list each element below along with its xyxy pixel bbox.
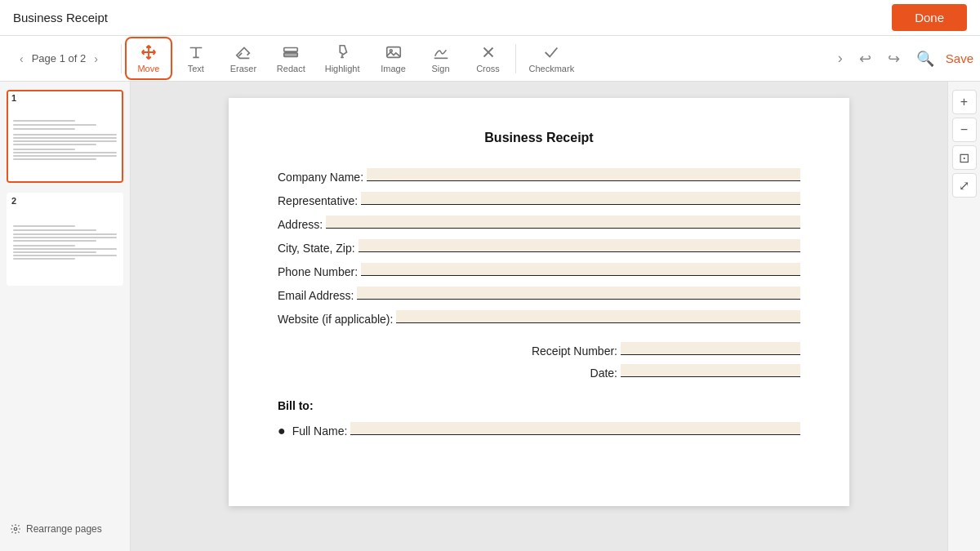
email-address-label: Email Address: <box>278 289 354 302</box>
svg-point-3 <box>390 50 392 52</box>
eraser-icon <box>234 43 252 61</box>
city-state-zip-row: City, State, Zip: <box>278 239 800 255</box>
address-label: Address: <box>278 218 323 231</box>
redact-icon <box>282 43 300 61</box>
move-tool-button[interactable]: Move <box>125 37 172 80</box>
highlight-tool-button[interactable]: Highlight <box>315 37 370 80</box>
redact-tool-label: Redact <box>277 64 305 73</box>
full-name-row: ● Full Name: <box>278 422 800 438</box>
phone-number-label: Phone Number: <box>278 265 358 278</box>
sign-tool-label: Sign <box>432 64 450 73</box>
text-tool-label: Text <box>188 64 204 73</box>
date-field[interactable] <box>621 364 800 377</box>
website-field[interactable] <box>396 310 800 323</box>
zoom-in-button[interactable]: + <box>952 90 977 114</box>
toolbar: ‹ Page 1 of 2 › Move Text Eraser Redact <box>0 36 980 82</box>
gear-icon <box>10 523 21 535</box>
undo-button[interactable]: ↩ <box>854 45 876 73</box>
checkmark-icon <box>542 43 560 61</box>
full-name-label: Full Name: <box>292 424 348 438</box>
phone-number-row: Phone Number: <box>278 263 800 278</box>
move-tool-label: Move <box>137 64 159 73</box>
page-sidebar: 1 2 <box>0 82 131 551</box>
save-button[interactable]: Save <box>946 51 973 65</box>
zoom-fit-button[interactable]: ⊡ <box>952 145 977 170</box>
date-row: Date: <box>590 364 800 380</box>
eraser-tool-button[interactable]: Eraser <box>220 37 267 80</box>
svg-rect-0 <box>284 48 298 52</box>
header: Business Receipt Done <box>0 0 980 36</box>
search-button[interactable]: 🔍 <box>911 45 939 73</box>
city-state-zip-label: City, State, Zip: <box>278 242 355 255</box>
address-field[interactable] <box>326 216 800 229</box>
more-tools-button[interactable]: › <box>833 45 848 72</box>
zoom-out-button[interactable]: − <box>952 118 977 142</box>
main-content: 1 2 <box>0 82 980 551</box>
representative-field[interactable] <box>361 192 800 205</box>
rearrange-pages-button[interactable]: Rearrange pages <box>7 515 123 543</box>
rearrange-label: Rearrange pages <box>26 523 102 535</box>
representative-row: Representative: <box>278 192 800 207</box>
receipt-fields: Receipt Number: Date: <box>278 342 800 386</box>
company-name-label: Company Name: <box>278 171 363 184</box>
move-icon <box>140 43 158 61</box>
document-heading: Business Receipt <box>278 131 800 145</box>
company-name-field[interactable] <box>367 168 800 181</box>
representative-label: Representative: <box>278 194 358 207</box>
redo-button[interactable]: ↪ <box>883 45 905 73</box>
cross-icon <box>479 43 497 61</box>
svg-point-4 <box>14 527 17 531</box>
city-state-zip-field[interactable] <box>359 239 800 252</box>
bullet-icon: ● <box>278 424 286 438</box>
thumbnail-image-2 <box>8 194 122 284</box>
next-page-arrow[interactable]: › <box>91 51 101 67</box>
image-icon <box>385 43 403 61</box>
date-label: Date: <box>590 367 617 380</box>
checkmark-tool-label: Checkmark <box>529 64 575 73</box>
checkmark-tool-button[interactable]: Checkmark <box>519 37 585 80</box>
document-page: Business Receipt Company Name: Represent… <box>229 98 849 506</box>
zoom-controls: + − ⊡ ⤢ <box>947 82 980 551</box>
document-title: Business Receipt <box>13 11 108 24</box>
page-number-2: 2 <box>11 196 16 206</box>
phone-number-field[interactable] <box>361 263 800 276</box>
bill-to-heading: Bill to: <box>278 399 800 412</box>
receipt-number-label: Receipt Number: <box>532 344 617 358</box>
website-label: Website (if applicable): <box>278 313 393 326</box>
done-button[interactable]: Done <box>892 4 967 31</box>
page-thumbnail-2[interactable]: 2 <box>7 193 123 286</box>
page-thumbnail-1[interactable]: 1 <box>7 90 123 183</box>
cross-tool-label: Cross <box>476 64 500 73</box>
full-name-field[interactable] <box>350 422 800 435</box>
page-number-1: 1 <box>11 93 16 103</box>
thumbnail-image-1 <box>8 91 122 181</box>
svg-rect-1 <box>284 53 298 57</box>
receipt-number-field[interactable] <box>621 342 800 355</box>
toolbar-right: › ↩ ↪ 🔍 Save <box>833 45 973 73</box>
text-tool-button[interactable]: Text <box>172 37 220 80</box>
email-address-field[interactable] <box>357 287 800 300</box>
zoom-expand-button[interactable]: ⤢ <box>952 173 977 198</box>
receipt-number-row: Receipt Number: <box>532 342 800 358</box>
email-address-row: Email Address: <box>278 287 800 302</box>
page-indicator: Page 1 of 2 <box>32 52 87 64</box>
prev-page-arrow[interactable]: ‹ <box>16 51 27 67</box>
highlight-tool-label: Highlight <box>325 64 360 73</box>
sign-tool-button[interactable]: Sign <box>417 37 465 80</box>
cross-tool-button[interactable]: Cross <box>465 37 512 80</box>
toolbar-separator <box>121 44 122 73</box>
redact-tool-button[interactable]: Redact <box>267 37 315 80</box>
website-row: Website (if applicable): <box>278 310 800 326</box>
page-navigation: ‹ Page 1 of 2 › <box>7 51 111 67</box>
image-tool-button[interactable]: Image <box>370 37 417 80</box>
text-icon <box>187 43 205 61</box>
eraser-tool-label: Eraser <box>230 64 256 73</box>
document-area: Business Receipt Company Name: Represent… <box>131 82 947 551</box>
sign-icon <box>432 43 450 61</box>
company-name-row: Company Name: <box>278 168 800 184</box>
image-tool-label: Image <box>381 64 406 73</box>
toolbar-separator-2 <box>515 44 516 73</box>
address-row: Address: <box>278 216 800 231</box>
highlight-icon <box>333 43 351 61</box>
